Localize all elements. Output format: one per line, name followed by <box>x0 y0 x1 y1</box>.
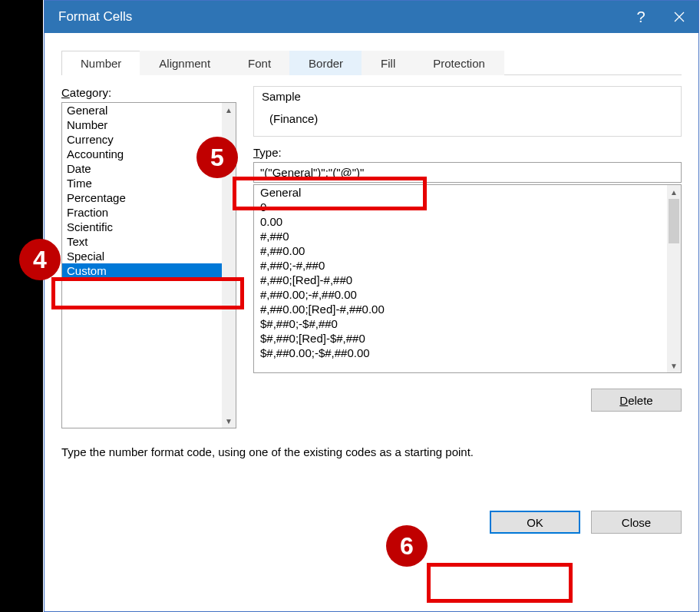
tab-number[interactable]: Number <box>61 51 140 75</box>
format-item[interactable]: $#,##0.00;-$#,##0.00 <box>254 346 667 360</box>
scroll-down-icon[interactable]: ▼ <box>222 414 236 428</box>
format-item[interactable]: #,##0.00;-#,##0.00 <box>254 287 667 302</box>
scroll-up-icon[interactable]: ▲ <box>222 103 236 117</box>
ok-button[interactable]: OK <box>490 511 580 534</box>
category-item-accounting[interactable]: Accounting <box>62 147 222 161</box>
category-item-special[interactable]: Special <box>62 249 222 263</box>
category-label: Category: <box>61 86 236 99</box>
sample-box: Sample (Finance) <box>253 86 682 137</box>
category-listbox[interactable]: General Number Currency Accounting Date … <box>61 102 236 428</box>
category-scrollbar[interactable]: ▲ ▼ <box>222 103 236 428</box>
category-item-fraction[interactable]: Fraction <box>62 205 222 220</box>
tabs: Number Alignment Font Border Fill Protec… <box>61 50 682 75</box>
format-list[interactable]: General 0 0.00 #,##0 #,##0.00 #,##0;-#,#… <box>253 184 682 373</box>
category-item-general[interactable]: General <box>62 103 222 117</box>
format-item[interactable]: $#,##0;-$#,##0 <box>254 316 667 331</box>
format-scrollbar[interactable]: ▲ ▼ <box>667 185 681 372</box>
tab-font[interactable]: Font <box>229 51 290 75</box>
format-item[interactable]: General <box>254 185 667 200</box>
format-item[interactable]: #,##0.00;[Red]-#,##0.00 <box>254 302 667 316</box>
category-item-percentage[interactable]: Percentage <box>62 190 222 205</box>
dialog-title: Format Cells <box>58 9 622 25</box>
details-column: Sample (Finance) Type: General 0 0.00 #,… <box>253 86 682 428</box>
number-tab-body: Category: General Number Currency Accoun… <box>61 75 682 428</box>
category-item-currency[interactable]: Currency <box>62 132 222 147</box>
format-cells-dialog: Format Cells ? Number Alignment Font Bor… <box>44 0 699 612</box>
format-item[interactable]: 0 <box>254 200 667 214</box>
format-item[interactable]: 0.00 <box>254 214 667 229</box>
category-item-scientific[interactable]: Scientific <box>62 220 222 234</box>
format-item[interactable]: $#,##0;[Red]-$#,##0 <box>254 331 667 346</box>
format-list-items: General 0 0.00 #,##0 #,##0.00 #,##0;-#,#… <box>254 185 667 372</box>
close-icon <box>674 12 685 22</box>
format-item[interactable]: #,##0.00 <box>254 243 667 258</box>
tab-alignment[interactable]: Alignment <box>140 51 229 75</box>
close-button[interactable]: Close <box>591 511 682 534</box>
left-black-margin <box>0 0 43 612</box>
category-item-custom[interactable]: Custom <box>62 263 222 278</box>
delete-row: Delete <box>253 389 682 412</box>
scroll-down-icon[interactable]: ▼ <box>667 359 681 372</box>
format-item[interactable]: #,##0;-#,##0 <box>254 258 667 273</box>
scroll-track[interactable] <box>667 199 681 359</box>
tab-fill[interactable]: Fill <box>362 51 414 75</box>
scroll-track[interactable] <box>222 117 236 414</box>
delete-button[interactable]: Delete <box>591 389 682 412</box>
sample-label: Sample <box>262 90 673 103</box>
scroll-thumb[interactable] <box>669 199 679 243</box>
category-item-date[interactable]: Date <box>62 161 222 176</box>
help-text: Type the number format code, using one o… <box>61 445 682 458</box>
category-item-number[interactable]: Number <box>62 117 222 132</box>
dialog-content: Number Alignment Font Border Fill Protec… <box>45 33 698 466</box>
footer: OK Close <box>45 511 698 547</box>
tab-protection[interactable]: Protection <box>414 51 504 75</box>
category-column: Category: General Number Currency Accoun… <box>61 86 236 428</box>
type-label: Type: <box>253 146 682 159</box>
sample-value: (Finance) <box>262 112 673 125</box>
help-button[interactable]: ? <box>622 1 660 33</box>
category-item-time[interactable]: Time <box>62 176 222 190</box>
type-input[interactable] <box>253 162 682 183</box>
category-items: General Number Currency Accounting Date … <box>62 103 222 428</box>
close-window-button[interactable] <box>660 1 698 33</box>
scroll-up-icon[interactable]: ▲ <box>667 185 681 199</box>
format-item[interactable]: #,##0;[Red]-#,##0 <box>254 273 667 287</box>
titlebar: Format Cells ? <box>45 1 698 33</box>
format-item[interactable]: #,##0 <box>254 229 667 243</box>
tab-border[interactable]: Border <box>289 51 362 75</box>
category-item-text[interactable]: Text <box>62 234 222 249</box>
